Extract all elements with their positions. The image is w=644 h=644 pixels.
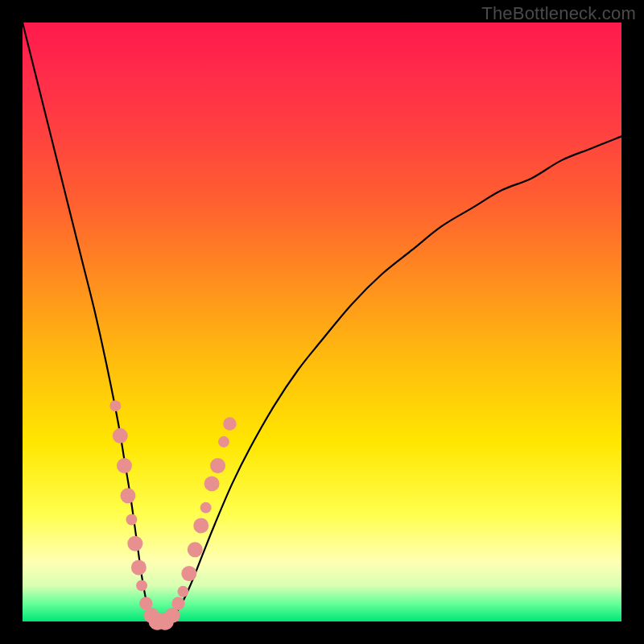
bead-marker [177,586,188,597]
chart-frame: TheBottleneck.com [0,0,644,644]
bead-marker [136,580,147,591]
bottleneck-curve [23,23,621,623]
curve-layer [23,23,621,621]
bead-marker [126,514,137,526]
bead-marker [165,608,180,623]
plot-area [23,23,621,621]
bead-marker [109,400,121,411]
bead-marker [210,458,225,473]
bead-cluster [109,400,236,630]
bead-marker [171,597,184,609]
bead-marker [200,502,212,514]
bead-marker [218,436,229,448]
watermark-text: TheBottleneck.com [481,3,636,24]
bead-marker [120,488,135,503]
bead-marker [188,542,203,557]
bead-marker [204,476,220,491]
bead-marker [127,536,142,551]
bead-marker [131,560,147,576]
bead-marker [223,417,236,430]
bead-marker [181,566,196,581]
bead-marker [113,428,128,444]
bead-marker [117,458,132,473]
bead-marker [193,518,208,533]
